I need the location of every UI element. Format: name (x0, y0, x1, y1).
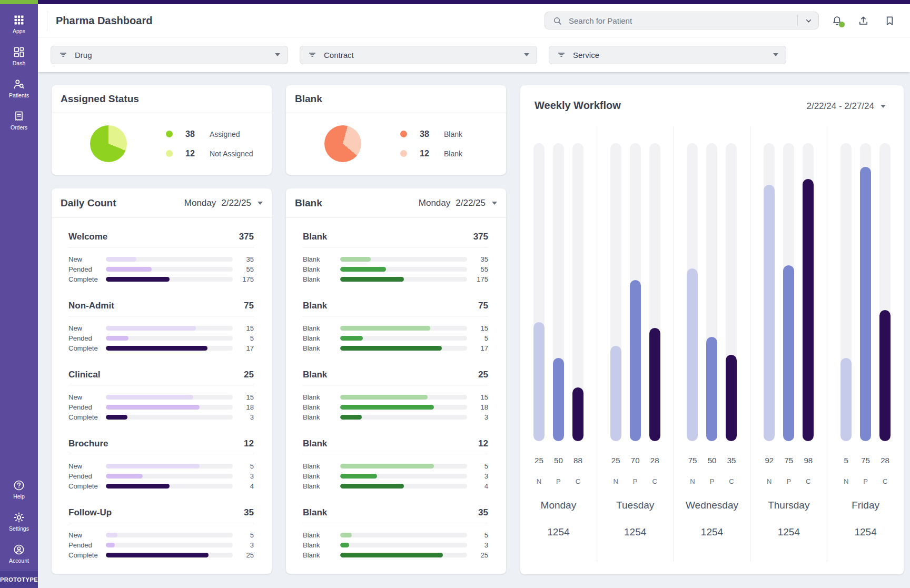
day-label: Friday (852, 500, 879, 511)
row-label: Blank (303, 472, 340, 480)
row-bar-fill (106, 484, 170, 489)
workflow-day-column-tuesday: 257028NPCTuesday1254 (597, 126, 674, 562)
row-bar-fill (340, 395, 428, 400)
row-label: Blank (303, 403, 340, 411)
date-range-selector[interactable]: 2/22/24 - 2/27/24 (806, 101, 886, 112)
row-label: Complete (68, 413, 106, 421)
row-label: Blank (303, 531, 340, 539)
bar-track (764, 143, 775, 441)
row-bar-fill (106, 405, 200, 410)
section-divider (68, 385, 254, 385)
row-bar-track (106, 484, 233, 489)
bookmark-icon[interactable] (884, 15, 896, 27)
bar-fill (649, 328, 660, 441)
bar-values: 57528 (840, 456, 891, 465)
count-row: Blank15 (303, 392, 488, 402)
patient-search-input[interactable]: Search for Patient (545, 12, 819, 29)
row-bar-fill (340, 464, 434, 469)
section-divider (68, 454, 254, 454)
row-bar-track (340, 533, 467, 537)
bar-fill (533, 322, 545, 441)
row-value: 15 (233, 324, 254, 332)
daily-count-date-selector[interactable]: Monday 2/22/25 (184, 198, 263, 208)
bar-value: 25 (533, 456, 545, 465)
count-row: Pended3 (68, 471, 254, 481)
blank-daily-date-selector[interactable]: Monday 2/22/25 (419, 198, 497, 208)
row-label: Pended (68, 472, 106, 480)
row-label: Complete (68, 275, 106, 283)
workflow-day-column-thursday: 927598NPCThursday1254 (750, 126, 827, 562)
caret-down-icon (524, 53, 529, 56)
legend-dot (400, 150, 407, 157)
caret-down-icon (258, 202, 263, 205)
date-label: 2/22/25 (456, 198, 486, 208)
sidebar-item-orders[interactable]: Orders (0, 107, 38, 134)
row-bar-track (106, 533, 233, 537)
notification-dot (839, 22, 845, 27)
legend-value: 38 (185, 129, 199, 139)
sidebar-item-patients[interactable]: Patients (0, 75, 38, 102)
filter-dropdown-contract[interactable]: Contract (300, 46, 537, 64)
sidebar-item-settings[interactable]: Settings (0, 508, 38, 535)
sidebar-item-label: Help (13, 493, 25, 500)
legend-value: 38 (420, 129, 433, 139)
row-bar-track (106, 553, 233, 557)
section-total: 25 (478, 370, 488, 380)
section-name: Blank (303, 370, 327, 380)
bar-letter: N (840, 477, 852, 485)
sidebar-item-help[interactable]: Help (0, 476, 38, 503)
notifications-bell-icon[interactable] (831, 15, 843, 27)
workflow-bars (610, 143, 660, 441)
count-section: Blank12Blank5Blank3Blank4 (303, 438, 488, 491)
row-label: New (68, 531, 106, 539)
row-value: 55 (233, 265, 254, 273)
section-divider (68, 523, 254, 523)
row-value: 3 (233, 541, 254, 549)
sidebar-item-account[interactable]: Account (0, 540, 38, 567)
filter-dropdown-service[interactable]: Service (549, 46, 786, 64)
bar-track (803, 143, 814, 441)
section-total: 12 (244, 438, 254, 449)
count-row: Complete4 (68, 481, 254, 491)
sidebar-item-dash[interactable]: Dash (0, 43, 38, 69)
blank-pie-chart (324, 125, 361, 162)
bar-value: 28 (879, 456, 891, 465)
row-bar-track (106, 336, 233, 341)
sidebar-item-apps[interactable]: Apps (0, 11, 38, 37)
search-chevron-down-icon[interactable] (804, 16, 813, 25)
card-header: Weekly Workflow 2/22/24 - 2/27/24 (520, 85, 904, 112)
row-label: Blank (303, 334, 340, 342)
count-row: New5 (68, 530, 254, 540)
bar-letter: C (572, 477, 583, 485)
row-label: Pended (68, 334, 106, 342)
count-row: Blank18 (303, 402, 488, 412)
row-label: Blank (303, 551, 340, 559)
row-bar-fill (340, 267, 386, 272)
blank-pie-legend: 38Blank12Blank (400, 129, 462, 158)
bar-values: 257028 (610, 456, 660, 465)
count-row: Blank3 (303, 471, 488, 481)
search-placeholder: Search for Patient (569, 16, 791, 25)
top-accent-green (0, 0, 38, 4)
filter-dropdown-drug[interactable]: Drug (51, 46, 288, 64)
bar-fill (706, 337, 717, 441)
row-value: 15 (233, 393, 254, 401)
bar-track (630, 143, 641, 441)
page-title: Pharma Dashboard (56, 15, 152, 27)
section-total: 12 (478, 438, 488, 449)
bar-fill (803, 179, 814, 441)
bar-value: 50 (553, 456, 564, 465)
upload-icon[interactable] (857, 15, 869, 27)
row-bar-track (340, 326, 467, 331)
daily-count-body: Welcome375New35Pended55Complete175Non-Ad… (52, 232, 272, 560)
filter-icon (58, 50, 68, 59)
row-label: Blank (303, 275, 340, 283)
section-header: Clinical25 (68, 370, 254, 380)
day-label: Monday (541, 500, 577, 511)
row-bar-fill (106, 543, 115, 547)
filter-icon (308, 50, 317, 59)
card-title: Assigned Status (61, 93, 139, 105)
count-row: New35 (68, 254, 254, 264)
blank-daily-card: Blank Monday 2/22/25 Blank375Blank35Blan… (286, 188, 506, 574)
row-bar-fill (106, 336, 128, 341)
